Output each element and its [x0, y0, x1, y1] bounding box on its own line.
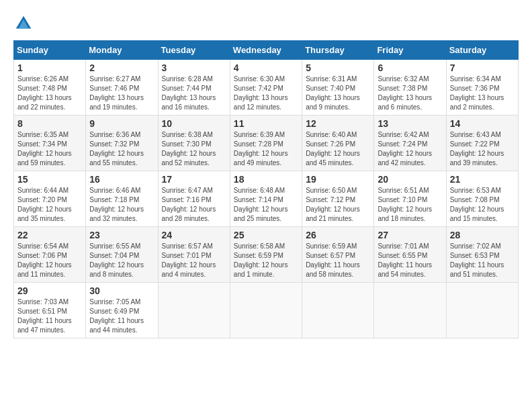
- day-number: 10: [162, 118, 226, 129]
- day-number: 19: [306, 174, 370, 185]
- day-detail: Sunrise: 6:50 AMSunset: 7:12 PMDaylight:…: [306, 186, 370, 224]
- calendar-day-cell: 30Sunrise: 7:05 AMSunset: 6:49 PMDayligh…: [86, 283, 158, 338]
- day-number: 30: [89, 285, 154, 296]
- calendar-week-row: 22Sunrise: 6:54 AMSunset: 7:06 PMDayligh…: [14, 227, 519, 283]
- day-number: 13: [378, 118, 442, 129]
- logo: [13, 13, 36, 34]
- day-detail: Sunrise: 6:54 AMSunset: 7:06 PMDaylight:…: [17, 242, 82, 279]
- calendar-day-cell: [374, 283, 446, 338]
- calendar-day-header: Thursday: [302, 41, 374, 60]
- day-detail: Sunrise: 6:42 AMSunset: 7:24 PMDaylight:…: [378, 130, 442, 168]
- day-detail: Sunrise: 6:28 AMSunset: 7:44 PMDaylight:…: [162, 75, 226, 112]
- day-number: 20: [378, 174, 442, 185]
- calendar-day-cell: 11Sunrise: 6:39 AMSunset: 7:28 PMDayligh…: [230, 116, 302, 171]
- day-number: 8: [17, 118, 82, 129]
- day-number: 5: [306, 62, 370, 73]
- calendar-day-cell: 4Sunrise: 6:30 AMSunset: 7:42 PMDaylight…: [230, 60, 302, 116]
- day-number: 16: [89, 174, 154, 185]
- calendar-day-cell: 12Sunrise: 6:40 AMSunset: 7:26 PMDayligh…: [302, 116, 374, 171]
- calendar-day-cell: [446, 283, 518, 338]
- calendar-day-cell: 25Sunrise: 6:58 AMSunset: 6:59 PMDayligh…: [230, 227, 302, 283]
- day-detail: Sunrise: 6:30 AMSunset: 7:42 PMDaylight:…: [234, 75, 298, 112]
- page-header: [13, 13, 519, 34]
- calendar-day-cell: 20Sunrise: 6:51 AMSunset: 7:10 PMDayligh…: [374, 171, 446, 227]
- day-detail: Sunrise: 6:35 AMSunset: 7:34 PMDaylight:…: [17, 130, 82, 168]
- calendar-day-cell: 13Sunrise: 6:42 AMSunset: 7:24 PMDayligh…: [374, 116, 446, 171]
- day-number: 11: [234, 118, 298, 129]
- calendar-day-cell: 5Sunrise: 6:31 AMSunset: 7:40 PMDaylight…: [302, 60, 374, 116]
- day-detail: Sunrise: 6:44 AMSunset: 7:20 PMDaylight:…: [17, 186, 82, 224]
- calendar-day-cell: [302, 283, 374, 338]
- day-number: 2: [89, 62, 154, 73]
- calendar-day-cell: 15Sunrise: 6:44 AMSunset: 7:20 PMDayligh…: [14, 171, 86, 227]
- calendar-day-cell: 29Sunrise: 7:03 AMSunset: 6:51 PMDayligh…: [14, 283, 86, 338]
- day-number: 7: [450, 62, 515, 73]
- calendar-week-row: 1Sunrise: 6:26 AMSunset: 7:48 PMDaylight…: [14, 60, 519, 116]
- day-number: 25: [234, 230, 298, 240]
- day-detail: Sunrise: 6:53 AMSunset: 7:08 PMDaylight:…: [450, 186, 515, 224]
- day-detail: Sunrise: 7:02 AMSunset: 6:53 PMDaylight:…: [450, 242, 515, 279]
- day-number: 9: [89, 118, 154, 129]
- calendar-day-cell: 8Sunrise: 6:35 AMSunset: 7:34 PMDaylight…: [14, 116, 86, 171]
- calendar-day-cell: 1Sunrise: 6:26 AMSunset: 7:48 PMDaylight…: [14, 60, 86, 116]
- day-number: 6: [378, 62, 442, 73]
- day-detail: Sunrise: 6:40 AMSunset: 7:26 PMDaylight:…: [306, 130, 370, 168]
- day-detail: Sunrise: 6:31 AMSunset: 7:40 PMDaylight:…: [306, 75, 370, 112]
- calendar-day-cell: [230, 283, 302, 338]
- calendar-day-cell: 17Sunrise: 6:47 AMSunset: 7:16 PMDayligh…: [158, 171, 230, 227]
- calendar-day-header: Tuesday: [158, 41, 230, 60]
- calendar-day-cell: 18Sunrise: 6:48 AMSunset: 7:14 PMDayligh…: [230, 171, 302, 227]
- day-detail: Sunrise: 6:57 AMSunset: 7:01 PMDaylight:…: [162, 242, 226, 279]
- day-detail: Sunrise: 6:32 AMSunset: 7:38 PMDaylight:…: [378, 75, 442, 112]
- calendar-header-row: SundayMondayTuesdayWednesdayThursdayFrid…: [14, 41, 519, 60]
- day-number: 26: [306, 230, 370, 240]
- calendar-day-header: Monday: [86, 41, 158, 60]
- day-detail: Sunrise: 6:34 AMSunset: 7:36 PMDaylight:…: [450, 75, 515, 112]
- day-detail: Sunrise: 6:58 AMSunset: 6:59 PMDaylight:…: [234, 242, 298, 279]
- day-number: 14: [450, 118, 515, 129]
- day-number: 27: [378, 230, 442, 240]
- day-number: 29: [17, 285, 82, 296]
- calendar-table: SundayMondayTuesdayWednesdayThursdayFrid…: [13, 40, 519, 338]
- day-detail: Sunrise: 6:26 AMSunset: 7:48 PMDaylight:…: [17, 75, 82, 112]
- calendar-day-cell: 22Sunrise: 6:54 AMSunset: 7:06 PMDayligh…: [14, 227, 86, 283]
- calendar-day-cell: 9Sunrise: 6:36 AMSunset: 7:32 PMDaylight…: [86, 116, 158, 171]
- calendar-day-header: Friday: [374, 41, 446, 60]
- day-detail: Sunrise: 6:36 AMSunset: 7:32 PMDaylight:…: [89, 130, 154, 168]
- calendar-day-cell: 21Sunrise: 6:53 AMSunset: 7:08 PMDayligh…: [446, 171, 518, 227]
- calendar-day-cell: 10Sunrise: 6:38 AMSunset: 7:30 PMDayligh…: [158, 116, 230, 171]
- day-number: 4: [234, 62, 298, 73]
- day-number: 18: [234, 174, 298, 185]
- day-number: 21: [450, 174, 515, 185]
- day-number: 3: [162, 62, 226, 73]
- day-number: 24: [162, 230, 226, 240]
- day-number: 12: [306, 118, 370, 129]
- day-detail: Sunrise: 6:51 AMSunset: 7:10 PMDaylight:…: [378, 186, 442, 224]
- calendar-day-cell: 27Sunrise: 7:01 AMSunset: 6:55 PMDayligh…: [374, 227, 446, 283]
- day-detail: Sunrise: 6:59 AMSunset: 6:57 PMDaylight:…: [306, 242, 370, 279]
- calendar-day-cell: 24Sunrise: 6:57 AMSunset: 7:01 PMDayligh…: [158, 227, 230, 283]
- calendar-day-header: Wednesday: [230, 41, 302, 60]
- calendar-day-cell: 3Sunrise: 6:28 AMSunset: 7:44 PMDaylight…: [158, 60, 230, 116]
- day-detail: Sunrise: 6:38 AMSunset: 7:30 PMDaylight:…: [162, 130, 226, 168]
- day-number: 22: [17, 230, 82, 240]
- day-number: 28: [450, 230, 515, 240]
- calendar-day-header: Saturday: [446, 41, 518, 60]
- calendar-day-cell: 16Sunrise: 6:46 AMSunset: 7:18 PMDayligh…: [86, 171, 158, 227]
- calendar-day-cell: 7Sunrise: 6:34 AMSunset: 7:36 PMDaylight…: [446, 60, 518, 116]
- day-detail: Sunrise: 6:46 AMSunset: 7:18 PMDaylight:…: [89, 186, 154, 224]
- day-number: 15: [17, 174, 82, 185]
- day-detail: Sunrise: 6:55 AMSunset: 7:04 PMDaylight:…: [89, 242, 154, 279]
- calendar-day-cell: 28Sunrise: 7:02 AMSunset: 6:53 PMDayligh…: [446, 227, 518, 283]
- day-number: 17: [162, 174, 226, 185]
- day-detail: Sunrise: 7:03 AMSunset: 6:51 PMDaylight:…: [17, 298, 82, 335]
- day-detail: Sunrise: 6:47 AMSunset: 7:16 PMDaylight:…: [162, 186, 226, 224]
- calendar-day-cell: 14Sunrise: 6:43 AMSunset: 7:22 PMDayligh…: [446, 116, 518, 171]
- calendar-day-cell: 19Sunrise: 6:50 AMSunset: 7:12 PMDayligh…: [302, 171, 374, 227]
- calendar-day-cell: 26Sunrise: 6:59 AMSunset: 6:57 PMDayligh…: [302, 227, 374, 283]
- day-detail: Sunrise: 6:48 AMSunset: 7:14 PMDaylight:…: [234, 186, 298, 224]
- calendar-day-cell: 6Sunrise: 6:32 AMSunset: 7:38 PMDaylight…: [374, 60, 446, 116]
- day-number: 23: [89, 230, 154, 240]
- day-detail: Sunrise: 7:01 AMSunset: 6:55 PMDaylight:…: [378, 242, 442, 279]
- calendar-week-row: 29Sunrise: 7:03 AMSunset: 6:51 PMDayligh…: [14, 283, 519, 338]
